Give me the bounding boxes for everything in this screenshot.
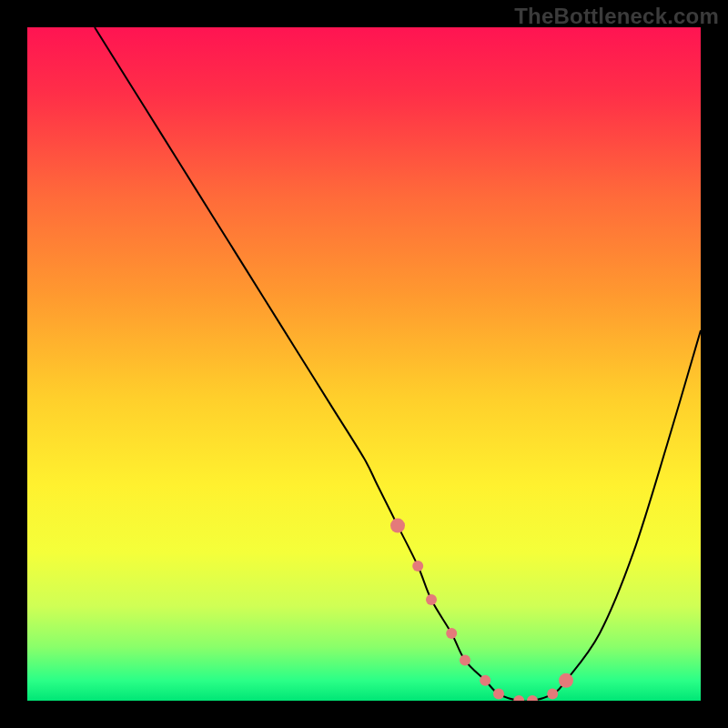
highlight-dot — [547, 689, 558, 700]
highlight-dot — [390, 519, 405, 533]
highlight-dot — [559, 673, 573, 688]
highlight-dot — [480, 675, 490, 686]
highlight-dot — [426, 594, 437, 605]
chart-svg — [27, 27, 701, 701]
highlight-dot — [493, 689, 504, 700]
plot-area — [27, 27, 701, 701]
highlight-dot — [412, 561, 423, 571]
highlight-dot — [446, 628, 457, 639]
watermark-text: TheBottleneck.com — [514, 4, 719, 29]
highlight-dot — [460, 655, 470, 666]
chart-frame: TheBottleneck.com — [0, 0, 728, 728]
gradient-background — [27, 27, 701, 701]
